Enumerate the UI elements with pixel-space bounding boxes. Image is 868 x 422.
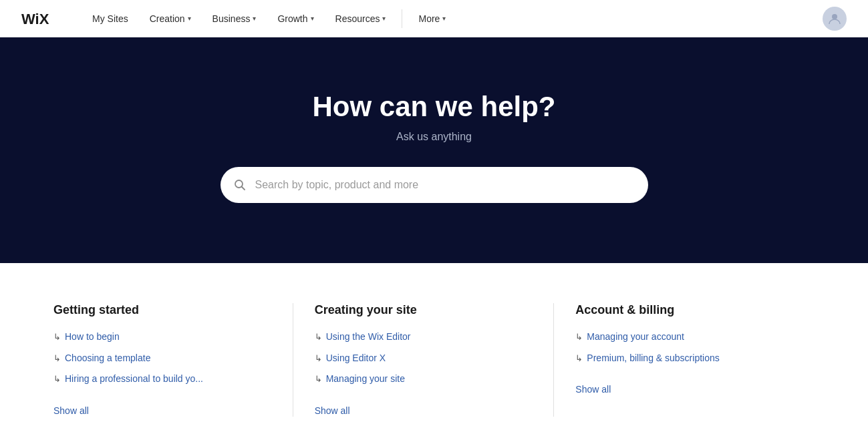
category-title-account-billing: Account & billing — [575, 303, 793, 317]
svg-text:WiX: WiX — [21, 11, 49, 27]
category-account-billing: Account & billing ↳ Managing your accoun… — [554, 303, 815, 417]
search-bar — [221, 167, 648, 203]
nav-business[interactable]: Business ▾ — [202, 0, 267, 37]
link-how-to-begin[interactable]: How to begin — [65, 331, 120, 344]
chevron-down-icon: ▾ — [311, 15, 314, 22]
nav-links: My Sites Creation ▾ Business ▾ Growth ▾ … — [82, 0, 823, 37]
list-item: ↳ How to begin — [53, 331, 271, 344]
link-wix-editor[interactable]: Using the Wix Editor — [326, 331, 411, 344]
category-title-getting-started: Getting started — [53, 303, 271, 317]
arrow-icon: ↳ — [315, 353, 322, 365]
categories-section: Getting started ↳ How to begin ↳ Choosin… — [0, 263, 868, 422]
wix-logo[interactable]: WiX — [21, 9, 60, 28]
nav-resources[interactable]: Resources ▾ — [325, 0, 397, 37]
list-item: ↳ Using the Wix Editor — [315, 331, 533, 344]
search-input[interactable] — [221, 167, 648, 203]
arrow-icon: ↳ — [315, 331, 322, 343]
arrow-icon: ↳ — [53, 331, 61, 343]
category-title-creating-site: Creating your site — [315, 303, 533, 317]
nav-divider — [402, 9, 402, 28]
arrow-icon: ↳ — [53, 373, 61, 385]
chevron-down-icon: ▾ — [382, 15, 386, 22]
link-hiring-professional[interactable]: Hiring a professional to build yo... — [65, 373, 203, 386]
arrow-icon: ↳ — [315, 373, 322, 385]
link-managing-site[interactable]: Managing your site — [326, 373, 405, 386]
link-editor-x[interactable]: Using Editor X — [326, 352, 386, 365]
category-getting-started: Getting started ↳ How to begin ↳ Choosin… — [53, 303, 293, 417]
link-choosing-template[interactable]: Choosing a template — [65, 352, 150, 365]
list-item: ↳ Managing your site — [315, 373, 533, 386]
category-links-creating-site: ↳ Using the Wix Editor ↳ Using Editor X … — [315, 331, 533, 386]
chevron-down-icon: ▾ — [188, 15, 191, 22]
nav-growth[interactable]: Growth ▾ — [267, 0, 324, 37]
svg-line-3 — [241, 187, 245, 190]
chevron-down-icon: ▾ — [442, 15, 446, 22]
arrow-icon: ↳ — [53, 353, 61, 365]
arrow-icon: ↳ — [575, 331, 583, 343]
nav-my-sites[interactable]: My Sites — [82, 0, 139, 37]
list-item: ↳ Premium, billing & subscriptions — [575, 352, 793, 365]
link-premium-billing[interactable]: Premium, billing & subscriptions — [587, 352, 719, 365]
user-avatar[interactable] — [823, 7, 847, 31]
hero-subtitle: Ask us anything — [13, 131, 855, 143]
hero-title: How can we help? — [13, 91, 855, 123]
svg-point-1 — [832, 14, 837, 19]
nav-more[interactable]: More ▾ — [408, 0, 456, 37]
nav-creation[interactable]: Creation ▾ — [139, 0, 202, 37]
category-links-getting-started: ↳ How to begin ↳ Choosing a template ↳ H… — [53, 331, 271, 386]
arrow-icon: ↳ — [575, 353, 583, 365]
list-item: ↳ Using Editor X — [315, 352, 533, 365]
list-item: ↳ Choosing a template — [53, 352, 271, 365]
navbar: WiX My Sites Creation ▾ Business ▾ Growt… — [0, 0, 868, 37]
list-item: ↳ Managing your account — [575, 331, 793, 344]
list-item: ↳ Hiring a professional to build yo... — [53, 373, 271, 386]
show-all-getting-started[interactable]: Show all — [53, 405, 89, 416]
show-all-account-billing[interactable]: Show all — [575, 384, 611, 395]
search-icon — [234, 179, 246, 191]
category-links-account-billing: ↳ Managing your account ↳ Premium, billi… — [575, 331, 793, 365]
link-managing-account[interactable]: Managing your account — [587, 331, 684, 344]
chevron-down-icon: ▾ — [253, 15, 256, 22]
show-all-creating-site[interactable]: Show all — [315, 405, 350, 416]
category-creating-site: Creating your site ↳ Using the Wix Edito… — [293, 303, 555, 417]
hero-section: How can we help? Ask us anything — [0, 37, 868, 263]
